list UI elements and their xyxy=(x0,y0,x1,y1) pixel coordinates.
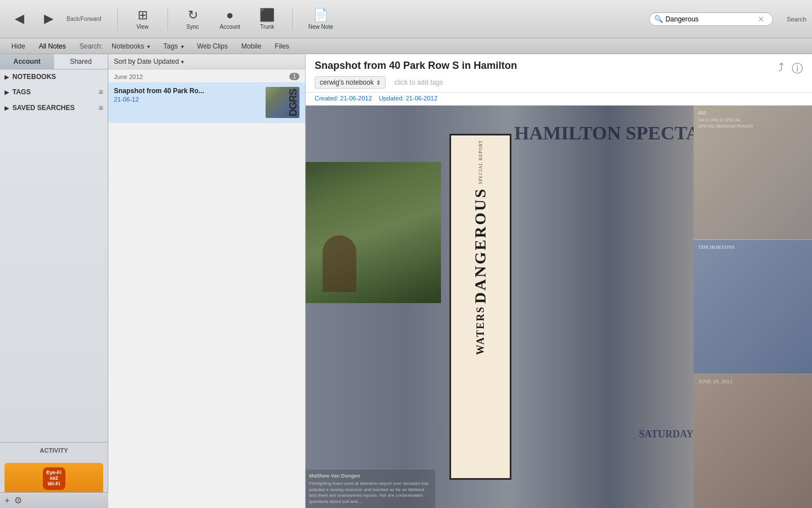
activity-section: ACTIVITY xyxy=(0,442,108,458)
back-forward-group: ◀ ▶ xyxy=(6,9,62,29)
notebook-selector[interactable]: cerwig's notebook ⇕ xyxy=(315,76,386,89)
tabbar: Hide All Notes Search: Notebooks ▾ Tags … xyxy=(0,38,812,54)
account-icon: ● xyxy=(226,8,233,23)
sync-icon: ↻ xyxy=(188,8,198,23)
sidebar: Account Shared ▶ NOTEBOOKS ▶ TAGS ≡ ▶ SA… xyxy=(0,54,108,508)
tags-menu-icon[interactable]: ≡ xyxy=(99,87,103,97)
note-detail-dates: Created: 21-06-2012 Updated: 21-06-2012 xyxy=(306,93,812,106)
main-layout: Account Shared ▶ NOTEBOOKS ▶ TAGS ≡ ▶ SA… xyxy=(0,54,812,508)
tab-hide[interactable]: Hide xyxy=(5,40,32,52)
sidebar-tags-section[interactable]: ▶ TAGS ≡ xyxy=(0,84,108,100)
search-prefix: Search: xyxy=(73,40,105,52)
new-note-button[interactable]: 📄 New Note xyxy=(304,6,338,32)
forward-button[interactable]: ▶ xyxy=(35,9,62,29)
tab-mobile[interactable]: Mobile xyxy=(235,40,268,52)
notebooks-chevron-icon: ▶ xyxy=(5,74,9,80)
tab-files[interactable]: Files xyxy=(268,40,295,52)
add-item-button[interactable]: + xyxy=(5,496,10,506)
trunk-label: Trunk xyxy=(260,24,274,30)
account-label: Account xyxy=(220,24,240,30)
tags-dropdown-icon: ▾ xyxy=(181,43,184,50)
note-list-item[interactable]: Snapshot from 40 Park Ro... 21-06-12 DGR… xyxy=(108,82,305,123)
saved-searches-chevron-icon: ▶ xyxy=(5,105,9,111)
tab-tags[interactable]: Tags ▾ xyxy=(157,40,191,52)
note-group-header: June 2012 1 xyxy=(108,69,305,82)
sidebar-bottom-toolbar: + ⚙ xyxy=(0,492,108,508)
note-detail: Snapshot from 40 Park Row S in Hamilton … xyxy=(306,54,812,508)
note-date: 21-06-12 xyxy=(114,96,261,103)
created-label: Created: xyxy=(315,95,338,102)
sidebar-spacer xyxy=(0,116,108,442)
note-content: Matthew Van Dongen Firefighting foam use… xyxy=(306,106,812,508)
forward-icon: ▶ xyxy=(44,11,54,26)
view-icon: ⊞ xyxy=(138,8,148,23)
dangerous-waters-box: SPECIAL REPORT DANGEROUS WATERS xyxy=(449,134,511,480)
mag-cover-2: TIM HORTONS xyxy=(694,240,812,374)
view-label: View xyxy=(136,24,149,30)
saved-searches-menu-icon[interactable]: ≡ xyxy=(99,103,103,112)
tag-input[interactable]: click to add tags xyxy=(390,77,448,88)
note-title: Snapshot from 40 Park Ro... xyxy=(114,87,261,95)
note-text-area: Snapshot from 40 Park Ro... 21-06-12 xyxy=(114,87,261,118)
waters-text: WATERS xyxy=(475,306,487,355)
note-count-badge: 1 xyxy=(289,73,299,80)
sep1 xyxy=(117,8,118,30)
new-note-icon: 📄 xyxy=(313,8,328,23)
newspaper-photo-left xyxy=(306,162,441,303)
new-note-label: New Note xyxy=(308,24,333,30)
tab-all-notes[interactable]: All Notes xyxy=(32,40,73,52)
settings-button[interactable]: ⚙ xyxy=(14,495,22,506)
notebooks-dropdown-icon: ▾ xyxy=(147,43,150,50)
toolbar: ◀ ▶ Back/Forward ⊞ View ↻ Sync ● Account… xyxy=(0,0,812,38)
newspaper-article-text: Matthew Van Dongen Firefighting foam use… xyxy=(306,470,435,508)
sync-label: Sync xyxy=(187,24,199,30)
updated-date: 21-06-2012 xyxy=(406,95,438,102)
note-detail-title: Snapshot from 40 Park Row S in Hamilton xyxy=(315,60,517,72)
sidebar-tab-shared[interactable]: Shared xyxy=(54,54,108,69)
sidebar-tabs: Account Shared xyxy=(0,54,108,69)
note-list-sort-header[interactable]: Sort by Date Updated ▾ xyxy=(108,54,305,69)
info-button[interactable]: ⓘ xyxy=(792,61,803,76)
updated-label: Updated: xyxy=(379,95,404,102)
share-button[interactable]: ⤴ xyxy=(778,61,784,76)
ad-icon: Eye-Fixe2Wi-Fi xyxy=(43,467,65,490)
dangerous-text: DANGEROUS xyxy=(473,187,487,304)
tab-web-clips[interactable]: Web Clips xyxy=(191,40,235,52)
search-clear-button[interactable]: ✕ xyxy=(758,15,765,24)
newspaper-background: Matthew Van Dongen Firefighting foam use… xyxy=(306,106,812,508)
back-icon: ◀ xyxy=(15,11,24,26)
search-input[interactable] xyxy=(665,15,756,23)
tab-notebooks[interactable]: Notebooks ▾ xyxy=(105,40,157,52)
note-thumb-text: DGRS xyxy=(288,89,298,116)
magazine-right-panel: GOEACH ONE IS SPECIALSPECIAL WEEKEND REA… xyxy=(694,106,812,508)
note-detail-header: Snapshot from 40 Park Row S in Hamilton … xyxy=(306,54,812,93)
created-date: 21-06-2012 xyxy=(340,95,372,102)
note-detail-meta: cerwig's notebook ⇕ click to add tags xyxy=(315,76,803,89)
back-button[interactable]: ◀ xyxy=(6,9,33,29)
sidebar-notebooks-section[interactable]: ▶ NOTEBOOKS xyxy=(0,69,108,84)
sync-button[interactable]: ↻ Sync xyxy=(179,6,206,32)
search-label: Search xyxy=(787,16,806,23)
hamilton-spectator-text: HAMILTON SPECTATOR xyxy=(514,122,699,144)
account-button[interactable]: ● Account xyxy=(215,6,245,32)
note-thumbnail: DGRS xyxy=(266,87,299,118)
trunk-button[interactable]: ⬛ Trunk xyxy=(254,6,281,32)
sort-arrow-icon: ▾ xyxy=(181,59,184,65)
search-icon: 🔍 xyxy=(654,15,663,23)
note-list: Sort by Date Updated ▾ June 2012 1 Snaps… xyxy=(108,54,306,508)
sep3 xyxy=(292,8,293,30)
sidebar-tab-account[interactable]: Account xyxy=(0,54,54,69)
sep2 xyxy=(167,8,168,30)
mag-cover-3: JUNE 18, 2012 xyxy=(694,374,812,508)
mag-cover-1: GOEACH ONE IS SPECIALSPECIAL WEEKEND REA… xyxy=(694,106,812,240)
trunk-icon: ⬛ xyxy=(259,8,275,23)
back-forward-label: Back/Forward xyxy=(67,16,102,22)
special-report-text: SPECIAL REPORT xyxy=(478,140,483,184)
view-button[interactable]: ⊞ View xyxy=(129,6,156,32)
notebook-dropdown-icon: ⇕ xyxy=(376,80,381,86)
saturday-text: SATURDAY xyxy=(639,428,694,440)
sidebar-saved-searches-section[interactable]: ▶ SAVED SEARCHES ≡ xyxy=(0,100,108,116)
tags-chevron-icon: ▶ xyxy=(5,89,9,95)
search-box-container: 🔍 ✕ xyxy=(649,12,773,26)
